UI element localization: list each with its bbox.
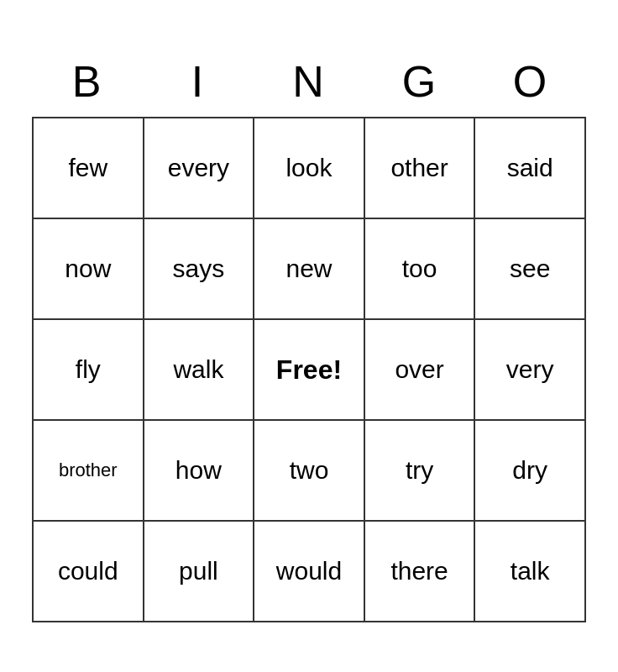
bingo-row-4: couldpullwouldtheretalk (34, 522, 584, 621)
header-letter-b: B (32, 50, 143, 113)
bingo-cell-1-4[interactable]: see (475, 219, 584, 318)
bingo-cell-2-4[interactable]: very (475, 320, 584, 419)
bingo-row-2: flywalkFree!oververy (34, 320, 584, 421)
bingo-cell-1-2[interactable]: new (254, 219, 365, 318)
header-letter-i: I (143, 50, 254, 113)
header-letter-n: N (254, 50, 364, 113)
bingo-cell-2-1[interactable]: walk (144, 320, 255, 419)
bingo-cell-2-0[interactable]: fly (34, 320, 144, 419)
bingo-card: BINGO feweverylookothersaidnowsaysnewtoo… (15, 33, 603, 639)
header-letter-o: O (475, 50, 586, 113)
bingo-row-0: feweverylookothersaid (34, 118, 584, 219)
bingo-cell-2-3[interactable]: over (365, 320, 476, 419)
bingo-cell-3-3[interactable]: try (365, 421, 476, 520)
bingo-cell-4-1[interactable]: pull (144, 522, 255, 621)
bingo-cell-3-2[interactable]: two (254, 421, 365, 520)
bingo-cell-2-2[interactable]: Free! (254, 320, 365, 419)
bingo-cell-4-0[interactable]: could (34, 522, 144, 621)
bingo-cell-0-4[interactable]: said (475, 118, 584, 218)
header-letter-g: G (364, 50, 475, 113)
bingo-cell-0-1[interactable]: every (144, 118, 255, 218)
bingo-cell-0-2[interactable]: look (254, 118, 365, 218)
bingo-cell-0-3[interactable]: other (365, 118, 476, 218)
bingo-cell-4-4[interactable]: talk (475, 522, 584, 621)
bingo-cell-0-0[interactable]: few (34, 118, 144, 218)
bingo-row-1: nowsaysnewtoosee (34, 219, 584, 320)
bingo-row-3: brotherhowtwotrydry (34, 421, 584, 522)
bingo-cell-1-1[interactable]: says (144, 219, 255, 318)
bingo-cell-3-1[interactable]: how (144, 421, 255, 520)
bingo-cell-3-4[interactable]: dry (475, 421, 584, 520)
bingo-header: BINGO (32, 50, 586, 113)
bingo-cell-4-3[interactable]: there (365, 522, 476, 621)
bingo-cell-3-0[interactable]: brother (34, 421, 144, 520)
bingo-cell-1-0[interactable]: now (34, 219, 144, 318)
bingo-cell-1-3[interactable]: too (365, 219, 476, 318)
bingo-cell-4-2[interactable]: would (254, 522, 365, 621)
bingo-grid: feweverylookothersaidnowsaysnewtooseefly… (32, 117, 586, 622)
